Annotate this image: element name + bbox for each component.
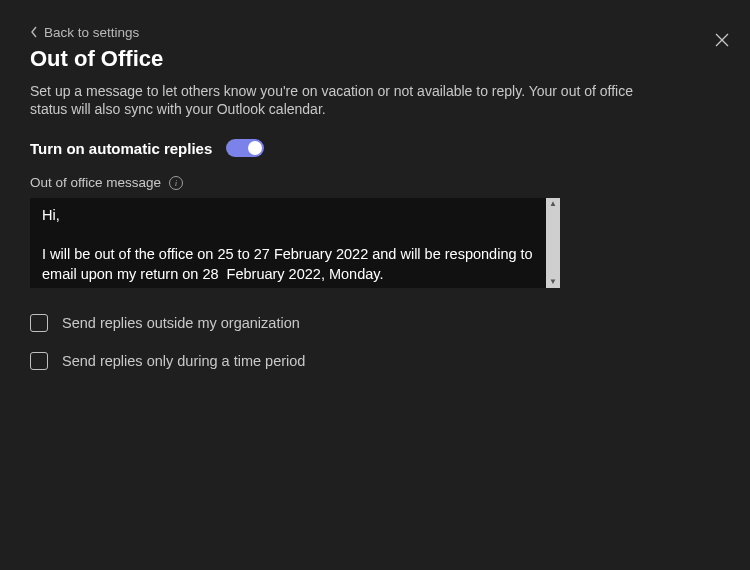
close-icon — [715, 33, 729, 47]
page-title: Out of Office — [30, 46, 720, 72]
chevron-left-icon — [30, 26, 38, 38]
scroll-up-icon: ▲ — [546, 198, 560, 210]
auto-replies-toggle[interactable] — [226, 139, 264, 157]
textarea-scrollbar[interactable]: ▲ ▼ — [546, 198, 560, 288]
outside-org-checkbox[interactable] — [30, 314, 48, 332]
back-link-label: Back to settings — [44, 25, 139, 40]
auto-replies-row: Turn on automatic replies — [30, 139, 720, 157]
message-textarea[interactable]: Hi, I will be out of the office on 25 to… — [30, 198, 546, 288]
message-label: Out of office message — [30, 175, 161, 190]
page-description: Set up a message to let others know you'… — [30, 82, 670, 120]
auto-replies-label: Turn on automatic replies — [30, 140, 212, 157]
out-of-office-panel: Back to settings Out of Office Set up a … — [0, 0, 750, 570]
info-icon[interactable]: i — [169, 176, 183, 190]
close-button[interactable] — [706, 24, 738, 56]
message-label-row: Out of office message i — [30, 175, 720, 190]
outside-org-label: Send replies outside my organization — [62, 315, 300, 331]
message-textarea-wrap: Hi, I will be out of the office on 25 to… — [30, 198, 560, 288]
time-period-row: Send replies only during a time period — [30, 352, 720, 370]
outside-org-row: Send replies outside my organization — [30, 314, 720, 332]
back-to-settings-link[interactable]: Back to settings — [30, 25, 139, 40]
scroll-down-icon: ▼ — [546, 276, 560, 288]
time-period-checkbox[interactable] — [30, 352, 48, 370]
time-period-label: Send replies only during a time period — [62, 353, 305, 369]
